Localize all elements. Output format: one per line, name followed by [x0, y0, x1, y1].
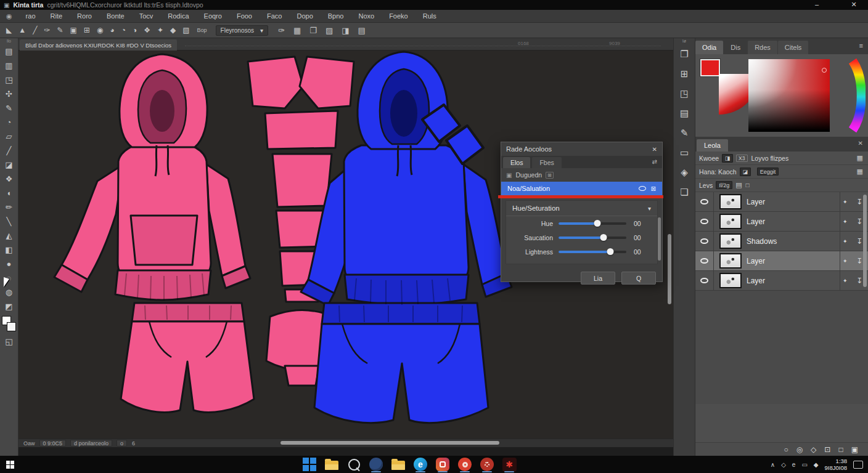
layer-thumbnail[interactable] [719, 214, 742, 229]
document-tab[interactable]: Blutl Dxbor ädiovenos KXIURDOK KI8 #DO V… [20, 39, 177, 51]
menu-item[interactable]: Tocv [132, 12, 161, 20]
tool-icon[interactable]: ◍ [2, 286, 16, 299]
tab-modes[interactable]: Rdes [748, 41, 777, 54]
layer-lock-icon[interactable]: ✦ [843, 278, 848, 284]
app-button[interactable] [369, 457, 383, 472]
tool-icon[interactable]: ✎ [2, 102, 16, 115]
saturation-slider[interactable] [559, 236, 626, 239]
toolbar-icon[interactable]: ◨ [342, 26, 349, 35]
layer-lock-icon[interactable]: ✦ [843, 219, 848, 225]
menu-item[interactable]: Fooo [229, 12, 260, 20]
tool-icon[interactable]: ◱ [2, 335, 16, 349]
layer-row[interactable]: Layer ✦↧ [695, 212, 868, 232]
layers-action-icon[interactable]: ○ [784, 445, 788, 454]
layer-lock-icon[interactable]: ✦ [843, 238, 848, 245]
layers-action-icon[interactable]: ▣ [851, 445, 858, 454]
close-icon[interactable]: ✕ [858, 140, 863, 147]
tray-icon[interactable]: e [792, 461, 796, 468]
layer-download-icon[interactable]: ↧ [856, 257, 862, 265]
panel-tool-icon[interactable]: ▤ [676, 105, 692, 121]
dialog-tab[interactable]: Fbes [532, 157, 561, 168]
dialog-title-bar[interactable]: Rade Aocoloos ✕ [501, 142, 662, 156]
menu-item[interactable]: Foeko [382, 12, 416, 20]
layer-thumbnail[interactable] [719, 273, 742, 288]
adjustment-type-dropdown[interactable]: Hue/Seturation ▾ [506, 201, 657, 216]
tool-icon[interactable]: ╱ [2, 144, 16, 158]
checkbox-icon[interactable]: ▣ [506, 172, 512, 179]
grid-icon[interactable]: ▦ [857, 168, 863, 176]
toolbar-icon[interactable]: ❖ [144, 26, 150, 34]
tool-icon[interactable]: ❖ [2, 172, 16, 186]
toolbar-icon[interactable]: ◔ [121, 26, 126, 34]
opacity-value[interactable]: Il/2g [716, 181, 732, 189]
hue-slider[interactable] [559, 222, 626, 225]
layer-download-icon[interactable]: ↧ [856, 217, 862, 226]
hue-saturation-list-item[interactable]: Noa/Saluation ⊠ [501, 182, 662, 195]
layer-lock-icon[interactable]: ✦ [843, 199, 848, 205]
tab-swatches[interactable]: Dis [724, 41, 747, 54]
panel-tool-icon[interactable]: ⊞ [676, 66, 692, 82]
cancel-button[interactable]: Lia [581, 272, 615, 285]
toolbar-icon[interactable]: ⊞ [84, 26, 90, 34]
slider-thumb[interactable] [607, 248, 613, 255]
toolbar-icon[interactable]: ✑ [278, 26, 285, 35]
menu-item[interactable]: Rite [43, 12, 70, 20]
saturation-value-gradient[interactable] [748, 59, 830, 132]
toolbar-icon[interactable]: ✎ [57, 26, 63, 34]
layer-thumbnail[interactable] [719, 194, 742, 209]
close-window-button[interactable]: ✕ [843, 0, 864, 10]
tab-layers[interactable]: Leola [697, 139, 728, 152]
start-button[interactable] [302, 457, 317, 472]
tab-details[interactable]: Citels [778, 41, 809, 54]
tool-icon[interactable]: ◳ [2, 73, 16, 87]
tool-icon[interactable]: ✣ [2, 87, 16, 101]
layer-name[interactable]: Layer [747, 217, 840, 226]
panel-tool-icon[interactable]: ❐ [676, 46, 692, 62]
menu-item[interactable]: Ruls [416, 12, 444, 20]
toolbar-icon[interactable]: ▣ [70, 26, 76, 34]
tool-icon[interactable]: ╲ [2, 215, 16, 228]
toolbar-icon[interactable]: ▧ [182, 26, 189, 34]
grid-icon[interactable]: ▦ [857, 154, 863, 162]
tool-icon[interactable]: ● [2, 257, 16, 271]
layer-name[interactable]: Layer [747, 198, 840, 206]
file-explorer-button[interactable] [324, 457, 339, 472]
menu-item[interactable]: rao [18, 12, 43, 20]
layer-lock-icon[interactable]: ✦ [843, 258, 848, 264]
blend-mode-button[interactable]: ◨ [722, 154, 733, 163]
grid-icon[interactable]: ▤ [735, 181, 742, 189]
tray-icon[interactable]: ◇ [781, 461, 786, 468]
clock[interactable]: 1:38 9I8J0I08 [825, 458, 847, 472]
layer-name[interactable]: Shadows [747, 237, 840, 246]
layers-action-icon[interactable]: ◎ [796, 445, 803, 454]
layer-thumbnail[interactable] [719, 233, 742, 249]
toolbar-icon[interactable]: ▨ [326, 26, 333, 35]
visibility-toggle[interactable] [695, 192, 714, 211]
layer-download-icon[interactable]: ↧ [856, 277, 862, 285]
folder-button[interactable] [391, 457, 406, 472]
layers-action-icon[interactable]: ⊡ [824, 445, 830, 454]
layer-download-icon[interactable]: ↧ [856, 237, 862, 246]
tool-icon[interactable]: ◖ [2, 187, 16, 200]
close-icon[interactable]: ✕ [652, 146, 657, 153]
layer-name[interactable]: Layer [747, 277, 840, 285]
red-circle-app-button[interactable] [480, 457, 494, 472]
visibility-toggle[interactable] [695, 271, 714, 290]
minimize-button[interactable]: – [806, 0, 827, 10]
eye-icon[interactable] [639, 186, 646, 191]
instagram-button[interactable] [435, 457, 450, 472]
vertical-scrollbar[interactable] [668, 234, 671, 304]
panel-tool-icon[interactable]: ✎ [676, 125, 692, 141]
notification-center-icon[interactable] [853, 461, 863, 469]
tool-icon[interactable]: ▱ [2, 130, 16, 144]
visibility-toggle[interactable] [695, 232, 714, 251]
layer-row-selected[interactable]: Layer ✦↧ [695, 251, 868, 271]
tool-icon[interactable]: ◩ [2, 300, 16, 313]
visibility-toggle[interactable] [695, 212, 714, 231]
layer-row[interactable]: Layer ✦↧ [695, 271, 868, 291]
menu-item[interactable]: Dopo [289, 12, 320, 20]
slider-thumb[interactable] [600, 234, 607, 241]
toolbar-icon[interactable]: ✦ [157, 26, 163, 34]
menu-item[interactable]: Roro [70, 12, 99, 20]
layers-action-icon[interactable]: ◇ [811, 445, 816, 454]
